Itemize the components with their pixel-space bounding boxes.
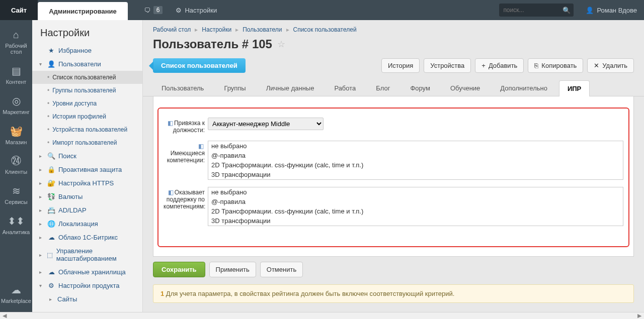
- breadcrumb-item[interactable]: Рабочий стол: [153, 26, 191, 33]
- tree-label: Проактивная защита: [58, 166, 122, 173]
- info-icon[interactable]: ◧: [167, 189, 174, 196]
- search-box: 🔍: [499, 4, 574, 17]
- tree-item[interactable]: •История профилей: [32, 110, 142, 123]
- tree-item[interactable]: ▸🔍Поиск: [32, 149, 142, 163]
- search-icon[interactable]: 🔍: [559, 7, 574, 14]
- leftbar-item[interactable]: ⬍⬍Аналитика: [0, 210, 32, 240]
- plus-icon: +: [481, 62, 486, 69]
- tree-item[interactable]: ▸☁Облако 1С-Битрикс: [32, 231, 142, 244]
- list-option[interactable]: не выбрано: [208, 187, 623, 197]
- breadcrumb-item[interactable]: Список пользователей: [293, 26, 357, 33]
- history-button[interactable]: История: [381, 58, 420, 73]
- tree-item[interactable]: ▸🌐Локализация: [32, 217, 142, 231]
- user-list-button[interactable]: Список пользователей: [153, 58, 246, 73]
- info-icon[interactable]: ◧: [166, 120, 173, 127]
- tree-item[interactable]: ▸☁Облачные хранилища: [32, 265, 142, 279]
- scroll-left-icon[interactable]: ◀: [0, 312, 9, 319]
- list-option[interactable]: 2D Трансформации. css-функции (calc, tim…: [208, 206, 623, 216]
- leftbar-item[interactable]: 🧺Магазин: [0, 120, 32, 150]
- tree-item[interactable]: •Устройства пользователей: [32, 123, 142, 136]
- devices-button[interactable]: Устройства: [424, 58, 471, 73]
- tree-item[interactable]: •Группы пользователей: [32, 84, 142, 97]
- tree-item[interactable]: ▸🔒Проактивная защита: [32, 163, 142, 176]
- tree-label: Устройства пользователей: [52, 126, 127, 133]
- leftbar-icon: ☁: [0, 284, 32, 296]
- bullet-icon: •: [47, 87, 49, 94]
- user-icon: 👤: [586, 7, 594, 14]
- tab[interactable]: Группы: [215, 80, 254, 96]
- row-position: ◧Привязка к должности: Аккаунт-менеджер …: [164, 118, 623, 134]
- side-panel: Настройки ★Избранное▾👤Пользователи•Списо…: [32, 20, 143, 312]
- save-button[interactable]: Сохранить: [153, 262, 205, 277]
- topbar-settings[interactable]: ⚙ Настройки: [169, 0, 224, 20]
- apply-button[interactable]: Применить: [209, 262, 256, 277]
- add-button[interactable]: +Добавить: [475, 58, 524, 73]
- competencies-listbox[interactable]: не выбрано@-правила2D Трансформации. css…: [208, 141, 623, 180]
- tree-item[interactable]: ★Избранное: [32, 44, 142, 57]
- list-option[interactable]: 3D трансформации: [208, 216, 623, 226]
- breadcrumb-item[interactable]: Пользователи: [243, 26, 282, 33]
- tab[interactable]: Личные данные: [258, 80, 323, 96]
- tree-item[interactable]: ▾⚙Настройки продукта: [32, 279, 142, 292]
- tab[interactable]: Дополнительно: [492, 80, 556, 96]
- leftbar-item[interactable]: ≋Сервисы: [0, 180, 32, 210]
- list-option[interactable]: не выбрано: [208, 141, 623, 151]
- breadcrumb-item[interactable]: Настройки: [202, 26, 231, 33]
- favorite-star-icon[interactable]: ☆: [277, 39, 285, 50]
- leftbar-item[interactable]: ◎Маркетинг: [0, 90, 32, 120]
- tab[interactable]: Форум: [401, 80, 439, 96]
- tree-item[interactable]: ▸📇AD/LDAP: [32, 203, 142, 217]
- leftbar-item[interactable]: ☁Marketplace: [0, 279, 32, 309]
- info-icon[interactable]: ◧: [197, 143, 204, 150]
- comment-icon: 🗨: [144, 7, 150, 14]
- tree-item[interactable]: ▾👤Пользователи: [32, 57, 142, 71]
- tab[interactable]: Обучение: [442, 80, 489, 96]
- tab[interactable]: Пользователь: [153, 80, 212, 96]
- tree-icon: 👤: [47, 60, 55, 68]
- tree-label: Управление масштабированием: [56, 247, 138, 262]
- tree-item[interactable]: •Импорт пользователей: [32, 136, 142, 149]
- tree-item[interactable]: ▸🔐Настройка HTTPS: [32, 176, 142, 190]
- list-option[interactable]: @-правила: [208, 197, 623, 206]
- notifications[interactable]: 🗨 6: [138, 0, 169, 20]
- list-option[interactable]: 3D трансформации: [208, 170, 623, 179]
- user-menu[interactable]: 👤 Роман Вдове: [579, 0, 644, 20]
- tree-label: Поиск: [58, 152, 76, 160]
- cancel-button[interactable]: Отменить: [260, 262, 303, 277]
- tab[interactable]: ИПР: [559, 80, 590, 96]
- bullet-icon: •: [47, 126, 49, 133]
- row-competencies: ◧Имеющиеся компетенции: не выбрано@-прав…: [164, 141, 623, 180]
- leftbar-item[interactable]: ⌂Рабочий стол: [0, 24, 32, 60]
- tree-item[interactable]: •Список пользователей: [32, 71, 142, 84]
- support-listbox[interactable]: не выбрано@-правила2D Трансформации. css…: [208, 187, 623, 226]
- position-select[interactable]: Аккаунт-менеджер Middle: [208, 118, 324, 130]
- admin-tab[interactable]: Администрирование: [38, 2, 128, 20]
- scroll-right-icon[interactable]: ▶: [635, 312, 644, 319]
- tree-item[interactable]: ▸💱Валюты: [32, 190, 142, 203]
- list-option[interactable]: 2D Трансформации. css-функции (calc, tim…: [208, 160, 623, 170]
- search-input[interactable]: [499, 7, 559, 14]
- expand-arrow-icon: ▸: [39, 180, 44, 186]
- delete-button[interactable]: ✕Удалить: [587, 58, 634, 73]
- expand-arrow-icon: ▸: [39, 153, 44, 159]
- tree-item[interactable]: ▸⬚Управление масштабированием: [32, 244, 142, 265]
- close-icon: ✕: [594, 62, 599, 69]
- list-option[interactable]: @-правила: [208, 151, 623, 160]
- copy-button[interactable]: ⎘Копировать: [528, 58, 583, 73]
- page-title-row: Пользователь # 105 ☆: [143, 35, 644, 58]
- site-tab[interactable]: Сайт: [0, 0, 38, 20]
- tree-label: Настройка HTTPS: [58, 179, 114, 187]
- tree-icon: 🔐: [47, 179, 55, 187]
- horizontal-scrollbar[interactable]: ◀ ▶: [0, 312, 644, 319]
- expand-arrow-icon: ▸: [39, 252, 43, 258]
- tree-label: AD/LDAP: [58, 206, 87, 214]
- copy-icon: ⎘: [534, 62, 538, 69]
- tree-item[interactable]: •Уровни доступа: [32, 97, 142, 110]
- leftbar-item[interactable]: ▤Контент: [0, 60, 32, 90]
- tab[interactable]: Блог: [367, 80, 398, 96]
- breadcrumb-sep-icon: ▸: [235, 26, 238, 33]
- leftbar-item[interactable]: ㉔Клиенты: [0, 150, 32, 180]
- tree-item[interactable]: ▸Сайты: [32, 292, 142, 306]
- expand-arrow-icon: ▸: [39, 235, 44, 240]
- tab[interactable]: Работа: [326, 80, 364, 96]
